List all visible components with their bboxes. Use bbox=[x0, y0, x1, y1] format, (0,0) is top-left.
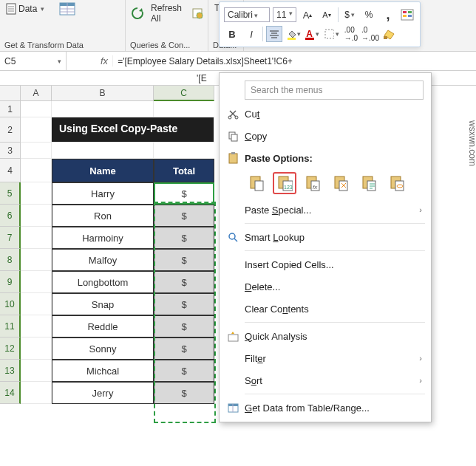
svg-rect-29 bbox=[231, 152, 235, 154]
table-cell-name[interactable]: Harmoiny bbox=[52, 227, 154, 249]
bold-button[interactable]: B bbox=[224, 26, 240, 42]
ctx-copy[interactable]: Copy bbox=[220, 125, 431, 147]
svg-rect-22 bbox=[325, 30, 334, 38]
row-header[interactable]: 13 bbox=[0, 360, 21, 382]
col-b[interactable]: B bbox=[52, 86, 154, 101]
ctx-get-data[interactable]: Get Data from Table/Range... bbox=[220, 397, 431, 419]
ctx-smart-lookup[interactable]: Smart Lookup bbox=[220, 226, 431, 248]
table-cell-name[interactable]: Malfoy bbox=[52, 249, 154, 271]
fx-icon[interactable]: fx bbox=[96, 55, 113, 66]
paste-values-icon[interactable]: 123 bbox=[273, 172, 296, 194]
table-cell-value[interactable]: $ bbox=[154, 271, 214, 293]
ctx-paste-special[interactable]: Paste Special... › bbox=[220, 199, 431, 221]
table-cell-value[interactable]: $ bbox=[154, 227, 214, 249]
table-cell-name[interactable]: Reddle bbox=[52, 315, 154, 337]
table-cell-value[interactable]: $ bbox=[154, 182, 214, 205]
fill-color-icon[interactable]: ▾ bbox=[285, 26, 302, 42]
table-cell-name[interactable]: Harry bbox=[52, 182, 154, 205]
row-header[interactable]: 6 bbox=[0, 205, 21, 227]
paste-default-icon[interactable] bbox=[245, 172, 268, 194]
refresh-all[interactable]: Refresh All bbox=[149, 1, 187, 25]
increase-font-icon[interactable]: A▴ bbox=[299, 7, 316, 23]
ctx-quick-analysis[interactable]: Quick Analysis bbox=[220, 325, 431, 347]
row-header[interactable]: 9 bbox=[0, 271, 21, 293]
paste-link-icon[interactable] bbox=[385, 172, 409, 194]
ctx-sort[interactable]: Sort › bbox=[220, 369, 431, 391]
percent-icon[interactable]: % bbox=[361, 7, 377, 23]
decrease-font-icon[interactable]: A▾ bbox=[319, 7, 335, 23]
row-header[interactable]: 14 bbox=[0, 382, 21, 404]
format-painter-icon[interactable] bbox=[381, 26, 398, 42]
size-selector[interactable]: 11▾ bbox=[273, 7, 296, 22]
table-header-name: Name bbox=[52, 159, 154, 182]
svg-rect-23 bbox=[384, 36, 387, 39]
formula-input[interactable]: ='[Employee Salary Details.xlsx]Sheet1'!… bbox=[113, 56, 476, 66]
row-header[interactable]: 3 bbox=[0, 143, 21, 159]
table-cell-value[interactable]: $ bbox=[154, 382, 214, 404]
row-header[interactable]: 10 bbox=[0, 293, 21, 315]
table-cell-value[interactable]: $ bbox=[154, 360, 214, 382]
row-header[interactable]: 11 bbox=[0, 315, 21, 337]
row-header[interactable]: 5 bbox=[0, 182, 21, 205]
col-a[interactable]: A bbox=[21, 86, 52, 101]
query-icon[interactable] bbox=[191, 1, 203, 25]
chevron-right-icon: › bbox=[419, 205, 422, 214]
formula-bar: C5 ▾ fx ='[Employee Salary Details.xlsx]… bbox=[0, 52, 476, 71]
row-header[interactable]: 7 bbox=[0, 227, 21, 249]
ctx-delete[interactable]: Delete... bbox=[220, 275, 431, 298]
table-cell-name[interactable]: Ron bbox=[52, 205, 154, 227]
border-icon[interactable]: ▾ bbox=[324, 26, 340, 42]
cond-format-icon[interactable] bbox=[399, 7, 415, 23]
increase-decimal-icon[interactable]: .0→.00 bbox=[362, 26, 378, 42]
table-cell-name[interactable]: Jerry bbox=[52, 382, 154, 404]
table-cell-value[interactable]: $ bbox=[154, 315, 214, 337]
search-menus-input[interactable]: Search the menus bbox=[245, 80, 424, 100]
font-color-icon[interactable]: A▾ bbox=[305, 26, 321, 42]
table-cell-name[interactable]: Longbottom bbox=[52, 271, 154, 293]
col-c[interactable]: C bbox=[154, 86, 214, 101]
comma-icon[interactable]: , bbox=[380, 7, 396, 23]
table-cell-value[interactable]: $ bbox=[154, 293, 214, 315]
group-label-queries: Queries & Con... bbox=[130, 39, 203, 51]
data-dropdown[interactable]: Data ▾ bbox=[4, 1, 46, 16]
refresh-icon[interactable] bbox=[130, 1, 145, 25]
row-header[interactable]: 8 bbox=[0, 249, 21, 271]
row-header[interactable]: 2 bbox=[0, 117, 21, 143]
group-label-get-transform: Get & Transform Data bbox=[4, 39, 120, 51]
svg-point-45 bbox=[229, 233, 235, 239]
center-align-icon[interactable] bbox=[266, 26, 282, 42]
ctx-insert-copied[interactable]: Insert Copied Cells... bbox=[220, 253, 431, 275]
ctx-clear[interactable]: Clear Contents bbox=[220, 298, 431, 320]
svg-text:123: 123 bbox=[284, 185, 293, 190]
svg-point-25 bbox=[235, 116, 238, 119]
ctx-filter[interactable]: Filter › bbox=[220, 347, 431, 369]
search-icon bbox=[225, 232, 240, 243]
currency-icon[interactable]: $▾ bbox=[341, 7, 358, 23]
ctx-paste-header: Paste Options: bbox=[220, 147, 431, 169]
title-banner: Using Excel Copy-Paste bbox=[52, 117, 214, 143]
font-selector[interactable]: Calibri▾ bbox=[224, 7, 270, 22]
row-header[interactable]: 1 bbox=[0, 101, 21, 117]
table-cell-name[interactable]: Michcal bbox=[52, 360, 154, 382]
name-box[interactable]: C5 ▾ bbox=[0, 52, 67, 70]
table-cell-value[interactable]: $ bbox=[154, 337, 214, 360]
clipboard-icon bbox=[225, 152, 240, 164]
ctx-cut[interactable]: Cut bbox=[220, 103, 431, 125]
italic-button[interactable]: I bbox=[243, 26, 259, 42]
row-header[interactable]: 4 bbox=[0, 159, 21, 182]
decrease-decimal-icon[interactable]: .00→.0 bbox=[343, 26, 359, 42]
table-cell-value[interactable]: $ bbox=[154, 205, 214, 227]
svg-point-10 bbox=[197, 13, 203, 18]
page-icon bbox=[6, 3, 16, 15]
table-icon[interactable] bbox=[59, 1, 75, 16]
table-cell-value[interactable]: $ bbox=[154, 249, 214, 271]
table-cell-name[interactable]: Sonny bbox=[52, 337, 154, 360]
paste-transpose-icon[interactable] bbox=[329, 172, 353, 194]
table-cell-name[interactable]: Snap bbox=[52, 293, 154, 315]
select-all-corner[interactable] bbox=[0, 86, 21, 101]
paste-formulas-icon[interactable]: fx bbox=[301, 172, 324, 194]
svg-rect-47 bbox=[228, 335, 238, 341]
context-menu: Search the menus Cut Copy Paste Options:… bbox=[219, 72, 432, 422]
row-header[interactable]: 12 bbox=[0, 337, 21, 360]
paste-formatting-icon[interactable] bbox=[357, 172, 381, 194]
